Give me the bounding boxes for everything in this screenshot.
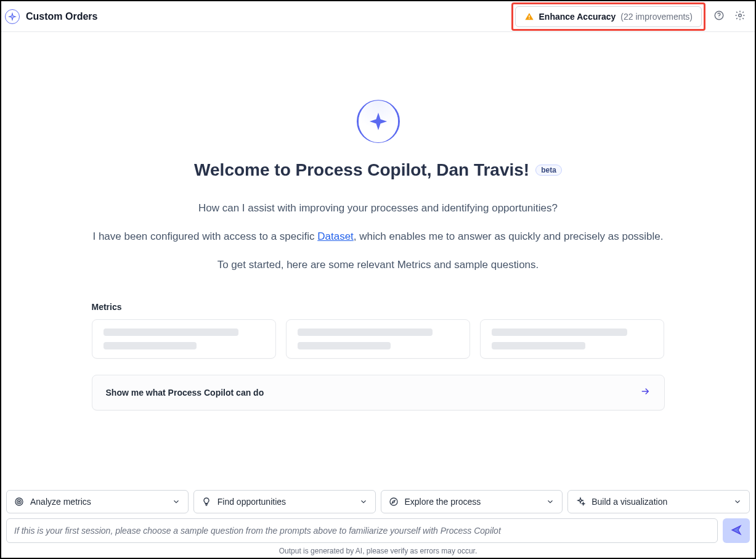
prompt-label: Find opportunities [217,497,286,507]
gear-icon [734,10,746,23]
lightbulb-icon [201,497,211,507]
help-button[interactable] [712,9,726,24]
arrow-right-icon [640,386,651,399]
send-button[interactable] [723,518,750,543]
prompt-label: Build a visualization [591,497,667,507]
metrics-cards-row [92,319,665,359]
beta-badge: beta [535,165,562,176]
skeleton-line [104,342,197,349]
prompt-explore-process[interactable]: Explore the process [381,490,563,513]
help-circle-icon [713,10,725,23]
intro-line-2-suffix: , which enables me to answer as quickly … [354,231,664,242]
chat-input[interactable] [6,518,718,543]
sparkle-icon [575,497,585,507]
metric-card[interactable] [286,319,470,359]
show-me-card[interactable]: Show me what Process Copilot can do [92,375,665,410]
prompt-label: Analyze metrics [30,497,91,507]
intro-line-3: To get started, here are some relevant M… [92,259,665,271]
enhance-accuracy-button[interactable]: Enhance Accuracy (22 improvements) [515,6,702,27]
intro-text: How can I assist with improving your pro… [92,202,665,271]
ai-disclaimer: Output is generated by AI, please verify… [6,547,750,555]
warning-icon [524,12,534,22]
svg-point-4 [739,14,742,17]
intro-line-1: How can I assist with improving your pro… [92,202,665,214]
skeleton-line [104,328,239,336]
main-content: Welcome to Process Copilot, Dan Travis! … [1,32,755,485]
prompt-analyze-metrics[interactable]: Analyze metrics [6,490,189,513]
intro-line-2: I have been configured with access to a … [92,231,665,243]
svg-point-8 [390,498,397,505]
dataset-link[interactable]: Dataset [317,231,354,242]
metric-card[interactable] [480,319,664,359]
copilot-hero-icon [357,100,400,143]
welcome-heading: Welcome to Process Copilot, Dan Travis! [194,160,529,180]
send-icon [731,524,742,537]
intro-line-2-prefix: I have been configured with access to a … [92,231,317,242]
chevron-down-icon [546,497,555,506]
app-title: Custom Orders [26,11,97,22]
target-icon [14,497,24,507]
enhance-accuracy-highlight: Enhance Accuracy (22 improvements) [511,2,705,31]
chevron-down-icon [359,497,368,506]
show-me-label: Show me what Process Copilot can do [106,388,264,398]
svg-rect-1 [529,18,529,18]
compass-icon [389,497,399,507]
enhance-accuracy-label: Enhance Accuracy [539,12,616,22]
header-bar: Custom Orders Enhance Accuracy (22 impro… [1,1,755,32]
skeleton-line [298,328,433,336]
bottom-bar: Analyze metrics Find opportunities Explo… [1,485,755,558]
metrics-section-label: Metrics [92,302,665,312]
svg-rect-0 [529,15,529,17]
prompt-find-opportunities[interactable]: Find opportunities [193,490,376,513]
app-logo-icon [5,9,20,24]
svg-point-3 [718,17,719,18]
skeleton-line [298,342,391,349]
prompt-build-visualization[interactable]: Build a visualization [567,490,750,513]
svg-point-7 [18,501,20,502]
skeleton-line [492,342,585,349]
chevron-down-icon [172,497,181,506]
metric-card[interactable] [92,319,276,359]
enhance-accuracy-count: (22 improvements) [620,12,693,22]
skeleton-line [492,328,627,336]
settings-button[interactable] [733,9,747,24]
chevron-down-icon [733,497,742,506]
prompt-label: Explore the process [405,497,481,507]
